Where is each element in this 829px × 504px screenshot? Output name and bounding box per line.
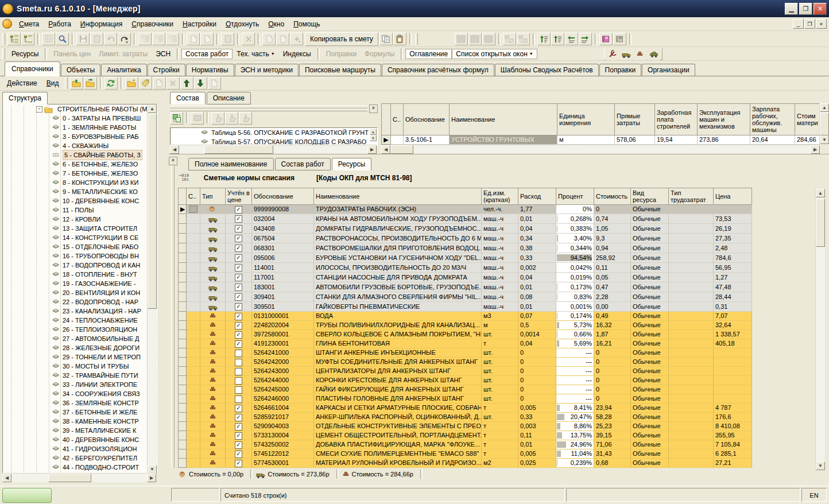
norm-col-header[interactable]: С.. <box>391 104 404 135</box>
tree-item[interactable]: 34 - СООРУЖЕНИЯ СВЯЗ <box>3 389 157 398</box>
norm-row[interactable]: ▶3.5-106-1УСТРОЙСТВО ГРУНТОВЫХм578,0619,… <box>382 135 828 145</box>
doc-c-button[interactable] <box>262 33 276 45</box>
menu-Справочники[interactable]: Справочники <box>127 18 178 30</box>
tab-Поправки[interactable]: Поправки <box>599 64 641 76</box>
row-checkbox[interactable]: ✓ <box>235 284 242 291</box>
row-checkbox[interactable] <box>235 386 242 394</box>
doc-a-button[interactable] <box>187 33 200 45</box>
tree-item[interactable]: 38 - КАМЕННЫЕ КОНСТР <box>3 417 157 426</box>
mdi-restore-button[interactable]: ❐ <box>804 19 815 29</box>
resource-row[interactable]: ✓309401СТАНКИ ДЛЯ АЛМАЗНОГО СВЕРЛЕНИЯ ФИ… <box>179 292 752 302</box>
menu-Помощь[interactable]: Помощь <box>289 18 324 30</box>
resource-row[interactable]: 5264245000ГАЙКИ ФИКСИРУЮЩИЕ ДЛЯ АНКЕРНЫХ… <box>179 385 752 394</box>
tree-item[interactable]: 3 - БУРОВЗРЫВНЫЕ РАБ <box>3 132 157 141</box>
tree-scroll-right-icon[interactable]: ▶ <box>147 474 156 482</box>
resources-col-header[interactable]: Вид ресурса <box>631 188 669 205</box>
resources-col-header[interactable]: Наименование <box>314 188 482 205</box>
price-tag-button[interactable] <box>139 77 152 90</box>
book-gray-button[interactable] <box>613 33 626 45</box>
mdi-minimize-button[interactable]: _ <box>793 19 804 29</box>
copy-to-estimate-button[interactable]: Копировать в смету <box>305 32 378 46</box>
resources-col-header[interactable]: Процент <box>556 188 594 205</box>
resources-scroll-up-icon[interactable]: ▲ <box>816 189 825 197</box>
resource-row[interactable]: 5264246000ПЛАСТИНЫ ГОЛОВНЫЕ ДЛЯ АНКЕРНЫХ… <box>179 394 752 404</box>
row-checkbox[interactable]: ✓ <box>235 274 242 281</box>
block-button[interactable] <box>90 33 103 45</box>
resources-vertical-scrollbar[interactable]: ▲ ▼ <box>815 189 825 470</box>
viewbar-10[interactable]: Оглавление <box>405 49 452 59</box>
search-button[interactable] <box>56 33 69 45</box>
tree-item[interactable]: 42 - БЕРЕГОУКРЕПИТЕЛ <box>3 453 157 463</box>
row-checkbox[interactable] <box>235 377 242 385</box>
menu-Информация[interactable]: Информация <box>76 18 127 30</box>
resource-row[interactable]: 5264243000ЦЕНТРАЛИЗАТОРЫ ДЛЯ АНКЕРНЫХ ШТ… <box>179 367 752 376</box>
resources-panel-close-icon[interactable]: × <box>169 157 177 165</box>
resource-row[interactable]: ✓5290904003ОТДЕЛЬНЫЕ КОНСТРУКТИВНЫЕ ЭЛЕМ… <box>179 422 752 431</box>
row-checkbox[interactable] <box>235 396 242 403</box>
resource-row[interactable]: ✓0131000001ВОДАм30,070,174%0,49Обычные7,… <box>179 312 752 321</box>
row-checkbox[interactable]: ✓ <box>235 414 242 421</box>
restore-button[interactable]: ❐ <box>799 3 812 15</box>
actionmenu-Вид[interactable]: Вид <box>42 77 64 89</box>
resources-col-header[interactable]: Стоимость <box>594 188 631 205</box>
tree-item[interactable]: 39 - МЕТАЛЛИЧЕСКИЕ К <box>3 426 157 435</box>
tree-item[interactable]: 41 - ГИДРОИЗОЛЯЦИОН <box>3 444 157 453</box>
actionmenu-Действие[interactable]: Действие <box>2 77 42 89</box>
tree-item[interactable]: 6 - БЕТОННЫЕ, ЖЕЛЕЗО <box>3 160 157 169</box>
row-checkbox[interactable]: ✓ <box>235 460 242 467</box>
tree-vertical-scrollbar[interactable]: ▲ ▼ <box>147 104 157 474</box>
list-copy-button[interactable]: С <box>138 33 152 45</box>
minimize-button[interactable]: ▁ <box>785 3 798 15</box>
norm-col-header[interactable]: Заработная плата строителей <box>655 104 698 135</box>
tab-Поисковые маршруты[interactable]: Поисковые маршруты <box>299 64 381 76</box>
big-c-button[interactable] <box>482 33 495 45</box>
big-a-button[interactable] <box>455 33 468 45</box>
tables-scroll-right-icon[interactable]: ▶ <box>367 145 377 154</box>
tab-Справочники[interactable]: Справочники <box>5 61 60 76</box>
tab-Объекты[interactable]: Объекты <box>61 64 101 76</box>
structure-tab[interactable]: Структура <box>2 92 48 104</box>
tree-item[interactable]: 4 - СКВАЖИНЫ <box>3 141 157 150</box>
menu-Смета[interactable]: Смета <box>14 18 44 30</box>
resource-row[interactable]: ✓095006БУРОВЫЕ УСТАНОВКИ НА ГУСЕНИЧНОМ Х… <box>179 253 752 263</box>
row-checkbox[interactable] <box>235 359 242 366</box>
expand-hierarchy-button[interactable] <box>7 33 21 45</box>
resource-row[interactable]: ✓183001АВТОМОБИЛИ ГРУЗОВЫЕ БОРТОВЫЕ, ГРУ… <box>179 282 752 292</box>
tree-item[interactable]: 14 - КОНСТРУКЦИИ В СЕ <box>3 233 157 242</box>
row-checkbox[interactable]: ✓ <box>235 225 242 232</box>
resources-col-header[interactable]: Расход <box>518 188 556 205</box>
tree-scroll-up-icon[interactable]: ▲ <box>148 104 157 113</box>
doc-b-button[interactable] <box>200 33 214 45</box>
page-button[interactable] <box>221 33 234 45</box>
norm-col-header[interactable]: Единица измерения <box>557 104 615 135</box>
row-checkbox[interactable]: ✓ <box>235 206 242 214</box>
row-checkbox[interactable]: ✓ <box>235 331 242 339</box>
drag-hand-button[interactable] <box>225 112 238 125</box>
row-checkbox[interactable]: ✓ <box>235 405 242 412</box>
move-next-button[interactable] <box>579 33 592 45</box>
tree-item[interactable]: 13 - ЗАЩИТА СТРОИТЕЛ <box>3 224 157 233</box>
tab-Полное наименование[interactable]: Полное наименование <box>188 158 274 170</box>
tree-item[interactable]: 16 - ТРУБОПРОВОДЫ ВН <box>3 251 157 261</box>
table-list-item[interactable]: Таблица 5-56. ОПУСКАНИЕ С РАЗРАБОТКОЙ ГР… <box>171 128 377 137</box>
tree-item[interactable]: 17 - ВОДОПРОВОД И КАН <box>3 261 157 270</box>
viewbar-7[interactable]: Индексы <box>279 49 315 59</box>
tree-item[interactable]: 28 - ЖЕЛЕЗНЫЕ ДОРОГИ <box>3 343 157 352</box>
grab-hand-button[interactable] <box>239 112 252 125</box>
tab-Стройки[interactable]: Стройки <box>148 64 185 76</box>
row-checkbox[interactable]: ✓ <box>235 245 242 252</box>
resource-row[interactable]: ✓032004КРАНЫ НА АВТОМОБИЛЬНОМ ХОДУ ГРУЗО… <box>179 214 752 224</box>
tab-Состав работ[interactable]: Состав работ <box>275 158 331 170</box>
norm-vertical-scrollbar[interactable]: ▲ ▼ <box>819 103 829 145</box>
resource-row[interactable]: 5264244000КОРОНКИ КРЕСТОВЫЕ ДЛЯ АНКЕРНЫХ… <box>179 376 752 385</box>
tree-scroll-left-icon[interactable]: ◀ <box>2 474 11 482</box>
tree-item[interactable]: 29 - ТОННЕЛИ И МЕТРОП <box>3 352 157 362</box>
row-checkbox[interactable]: ✓ <box>235 264 242 272</box>
mdi-close-button[interactable]: × <box>816 19 827 29</box>
resources-col-header[interactable]: Учтён в цене <box>226 188 252 205</box>
norm-scroll-up-icon[interactable]: ▲ <box>820 103 829 112</box>
save-button[interactable] <box>76 33 90 45</box>
tree-doc-a-button[interactable] <box>503 33 516 45</box>
tree-item[interactable]: 36 - ЗЕМЛЯНЫЕ КОНСТР <box>3 398 157 408</box>
norm-scroll-right-icon[interactable]: ▶ <box>811 145 820 154</box>
